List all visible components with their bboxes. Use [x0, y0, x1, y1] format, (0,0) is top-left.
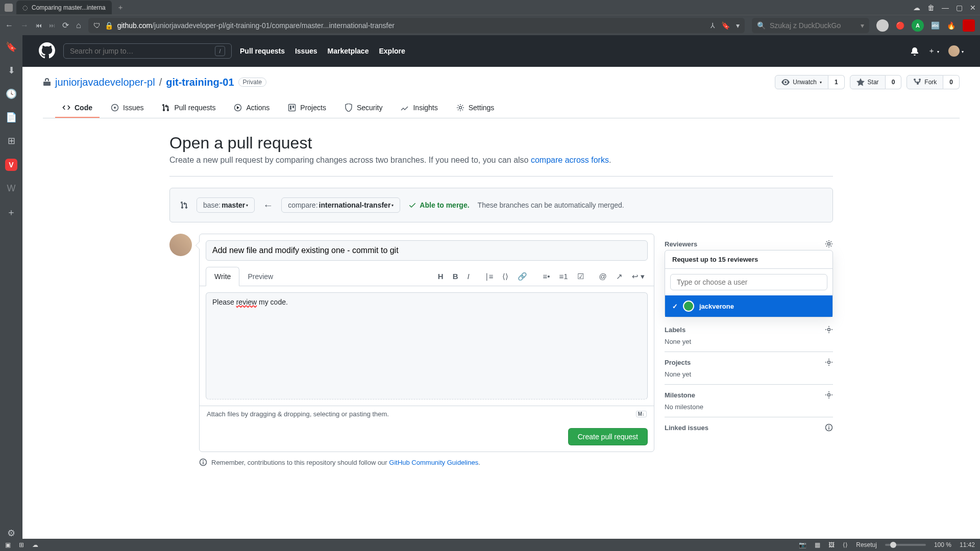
tab-actions[interactable]: Actions: [227, 98, 277, 118]
milestone-header[interactable]: Milestone: [665, 391, 833, 399]
notes-icon[interactable]: 📄: [6, 112, 17, 123]
fast-forward-button[interactable]: ⏭: [49, 22, 55, 29]
add-menu[interactable]: ＋ ▾: [928, 46, 939, 56]
extension-icon[interactable]: 🔥: [947, 21, 955, 30]
add-panel-icon[interactable]: ＋: [7, 206, 16, 218]
trash-icon[interactable]: 🗑: [927, 4, 935, 12]
reply-icon[interactable]: ↩ ▾: [632, 272, 645, 281]
translate-icon[interactable]: ⅄: [710, 21, 715, 30]
bold-icon[interactable]: B: [453, 272, 458, 281]
zoom-slider[interactable]: [885, 544, 926, 546]
heading-icon[interactable]: H: [438, 272, 444, 281]
rewind-button[interactable]: ⏮: [36, 22, 42, 29]
fork-count[interactable]: 0: [943, 75, 960, 89]
profile-icon[interactable]: [876, 19, 889, 32]
extension-icon[interactable]: [963, 19, 975, 32]
forward-button[interactable]: →: [20, 21, 29, 30]
projects-header[interactable]: Projects: [665, 358, 833, 366]
github-search[interactable]: /: [63, 43, 232, 59]
compare-branch-button[interactable]: compare: international-transfer ▾: [281, 197, 400, 213]
repo-name-link[interactable]: git-training-01: [166, 77, 234, 88]
markdown-badge[interactable]: M↓: [636, 411, 647, 417]
author-avatar[interactable]: [169, 234, 192, 256]
star-button[interactable]: Star: [850, 75, 886, 89]
nav-pulls[interactable]: Pull requests: [240, 47, 285, 55]
tab-security[interactable]: Security: [337, 98, 390, 118]
attach-hint[interactable]: Attach files by dragging & dropping, sel…: [200, 406, 654, 422]
reviewer-option[interactable]: ✓ jackverone: [665, 295, 832, 317]
pr-body-textarea[interactable]: Please review my code.: [206, 292, 648, 399]
labels-header[interactable]: Labels: [665, 325, 833, 334]
task-list-icon[interactable]: ☑: [577, 272, 584, 281]
maximize-icon[interactable]: ▢: [956, 4, 963, 12]
reset-zoom[interactable]: Resetuj: [856, 541, 877, 548]
reviewers-header[interactable]: Reviewers: [665, 240, 833, 248]
repo-owner-link[interactable]: juniorjavadeveloper-pl: [55, 77, 155, 88]
mention-icon[interactable]: @: [599, 272, 607, 281]
window-icon[interactable]: ⊞: [8, 135, 15, 146]
base-branch-button[interactable]: base: master ▾: [197, 197, 255, 213]
notifications-icon[interactable]: [911, 46, 919, 55]
bookmark-icon[interactable]: 🔖: [721, 21, 730, 30]
home-button[interactable]: ⌂: [76, 21, 81, 30]
tab-settings[interactable]: Settings: [449, 98, 502, 118]
capture-icon[interactable]: 📷: [799, 541, 806, 548]
tab-insights[interactable]: Insights: [394, 98, 445, 118]
cloud-icon[interactable]: ☁: [913, 4, 920, 12]
nav-marketplace[interactable]: Marketplace: [328, 47, 369, 55]
nav-explore[interactable]: Explore: [379, 47, 405, 55]
link-icon[interactable]: 🔗: [518, 272, 527, 281]
compare-forks-link[interactable]: compare across forks: [531, 156, 609, 164]
pr-title-input[interactable]: [206, 240, 648, 261]
tab-code[interactable]: Code: [55, 98, 100, 118]
quote-icon[interactable]: ∣≡: [485, 272, 494, 281]
minimize-icon[interactable]: —: [942, 4, 949, 12]
bookmarks-icon[interactable]: 🔖: [6, 41, 17, 53]
tab-issues[interactable]: Issues: [104, 98, 151, 118]
settings-icon[interactable]: ⚙: [7, 528, 15, 539]
extension-icon[interactable]: A: [912, 19, 924, 32]
star-count[interactable]: 0: [886, 75, 902, 89]
extension-icon[interactable]: 🔴: [896, 21, 904, 30]
close-icon[interactable]: ✕: [970, 4, 976, 12]
tiling-icon[interactable]: ⊞: [19, 541, 24, 548]
url-bar[interactable]: 🛡 🔒 github.com/juniorjavadeveloper-pl/gi…: [88, 18, 745, 33]
reference-icon[interactable]: ↗: [616, 272, 623, 281]
panel-toggle-icon[interactable]: ▣: [5, 541, 11, 548]
github-search-input[interactable]: [70, 47, 215, 55]
italic-icon[interactable]: I: [468, 272, 470, 281]
tab-projects[interactable]: Projects: [281, 98, 333, 118]
github-logo-icon[interactable]: [39, 42, 55, 60]
image-toggle-icon[interactable]: 🖼: [828, 541, 835, 548]
downloads-icon[interactable]: ⬇: [8, 65, 15, 76]
screenshot-icon[interactable]: ▦: [815, 541, 820, 548]
code-icon[interactable]: ⟨⟩: [502, 272, 508, 281]
chevron-down-icon[interactable]: ▾: [861, 21, 864, 30]
write-tab[interactable]: Write: [206, 267, 239, 286]
guidelines-link[interactable]: GitHub Community Guidelines: [389, 459, 478, 466]
browser-tab[interactable]: ◌ Comparing master...interna: [16, 1, 112, 14]
unwatch-button[interactable]: Unwatch▾: [775, 75, 828, 89]
reload-button[interactable]: ⟳: [62, 20, 69, 30]
browser-search[interactable]: 🔍 Szukaj z DuckDuckGo ▾: [752, 18, 869, 33]
number-list-icon[interactable]: ≡1: [559, 272, 568, 281]
vivaldi-icon[interactable]: V: [5, 159, 17, 171]
fork-button[interactable]: Fork: [906, 75, 943, 89]
wikipedia-icon[interactable]: W: [7, 183, 16, 194]
sync-icon[interactable]: ☁: [32, 541, 38, 548]
user-menu[interactable]: ▾: [948, 45, 964, 57]
back-button[interactable]: ←: [5, 21, 13, 30]
create-pr-button[interactable]: Create pull request: [568, 428, 648, 445]
devtools-icon[interactable]: ⟨⟩: [843, 541, 848, 548]
reviewer-search-input[interactable]: [670, 274, 827, 290]
watch-count[interactable]: 1: [828, 75, 845, 89]
extension-icon[interactable]: 🔤: [931, 21, 940, 30]
chevron-down-icon[interactable]: ▾: [736, 21, 740, 30]
nav-issues[interactable]: Issues: [295, 47, 317, 55]
linked-issues-header[interactable]: Linked issues: [665, 423, 833, 432]
new-tab-button[interactable]: ＋: [117, 3, 124, 12]
bullet-list-icon[interactable]: ≡•: [543, 272, 550, 281]
history-icon[interactable]: 🕓: [6, 88, 17, 99]
preview-tab[interactable]: Preview: [239, 267, 281, 286]
tab-pulls[interactable]: Pull requests: [155, 98, 223, 118]
